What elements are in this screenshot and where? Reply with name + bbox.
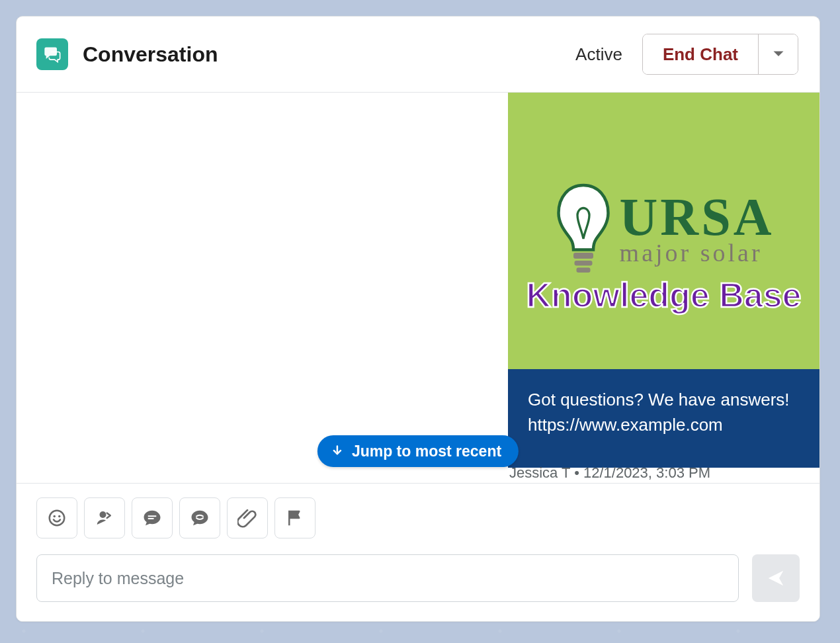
flag-icon [285,508,305,528]
svg-rect-2 [576,268,590,273]
attach-button[interactable] [227,497,268,538]
quick-text-button[interactable] [132,497,173,538]
status-badge: Active [575,44,622,65]
end-chat-button[interactable]: End Chat [643,34,758,74]
end-chat-dropdown[interactable] [758,34,798,74]
compose-row [36,554,800,602]
send-icon [766,568,786,588]
card-link[interactable]: https://www.example.com [528,413,800,438]
card-question-text: Got questions? We have answers! [528,388,800,413]
svg-point-5 [58,515,61,518]
svg-point-3 [50,511,65,526]
svg-rect-0 [573,253,593,259]
svg-point-4 [54,515,56,518]
conversation-icon [36,38,68,70]
jump-to-recent-button[interactable]: Jump to most recent [317,435,519,467]
compose-toolbar [36,497,315,538]
emoji-icon [47,508,67,528]
chat-bubble-icon [142,508,162,528]
whisper-icon [190,508,210,528]
svg-rect-7 [148,515,157,517]
message-author: Jessica T [509,464,570,481]
jump-label: Jump to most recent [352,443,501,460]
svg-point-6 [100,511,106,518]
card-image-area: URSA major solar Knowledge Base [508,93,819,369]
svg-rect-1 [574,261,592,266]
brand-text: URSA major solar [620,194,775,267]
body-divider [17,483,819,484]
kb-title: Knowledge Base [508,275,819,315]
conversation-body: URSA major solar Knowledge Base Got ques… [17,93,819,621]
page-title: Conversation [83,42,218,67]
conversation-panel: Conversation Active End Chat [16,16,820,622]
meta-separator: • [574,464,579,481]
header-left: Conversation [36,38,218,70]
whisper-button[interactable] [179,497,220,538]
panel-header: Conversation Active End Chat [17,17,819,93]
message-meta: Jessica T • 12/1/2023, 3:03 PM [509,464,710,482]
reply-input[interactable] [36,554,739,602]
flag-button[interactable] [274,497,315,538]
header-right: Active End Chat [575,34,798,75]
send-button[interactable] [752,554,800,602]
paperclip-icon [237,508,257,528]
emoji-button[interactable] [36,497,77,538]
transfer-button[interactable] [84,497,125,538]
brand-logo: URSA major solar [554,181,775,280]
transfer-icon [95,508,114,528]
message-timestamp: 12/1/2023, 3:03 PM [583,464,710,481]
lightbulb-icon [554,181,613,280]
svg-rect-8 [148,518,154,519]
card-caption: Got questions? We have answers! https://… [508,369,819,468]
message-list: URSA major solar Knowledge Base Got ques… [17,93,819,621]
brand-main: URSA [620,194,775,239]
brand-sub: major solar [620,238,775,267]
message-card: URSA major solar Knowledge Base Got ques… [508,93,819,468]
arrow-down-icon [331,444,344,458]
end-chat-group: End Chat [642,34,798,75]
chevron-down-icon [773,50,784,58]
